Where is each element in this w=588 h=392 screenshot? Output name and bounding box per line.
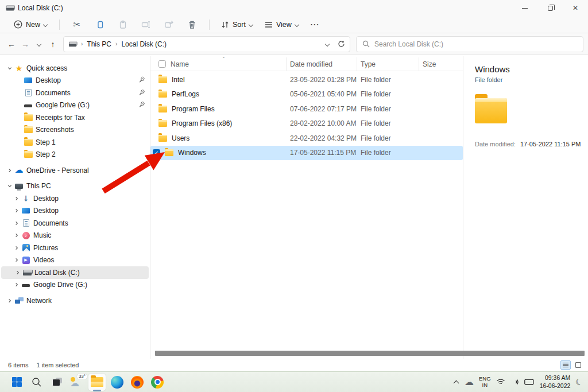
sidebar-item-google-drive[interactable]: Google Drive (G:) <box>0 99 150 112</box>
file-row-program-files[interactable]: Program Files 07-06-2022 07:17 PM File f… <box>150 102 463 117</box>
forward-button[interactable]: → <box>18 37 32 51</box>
sidebar-item-desktop-download[interactable]: ⭣ Desktop <box>0 192 150 205</box>
preview-date-label: Date modified: <box>475 141 516 148</box>
select-all-checkbox[interactable] <box>158 60 166 68</box>
copy-button[interactable] <box>92 18 107 32</box>
drive-icon <box>22 284 30 287</box>
taskbar-search-button[interactable] <box>28 374 45 391</box>
sidebar-item-label: Network <box>26 297 52 305</box>
do-not-disturb-moon-icon[interactable]: ☾ <box>574 377 583 387</box>
sidebar-item-local-disk[interactable]: Local Disk (C:) <box>1 266 149 279</box>
firefox-taskbar-button[interactable] <box>129 374 146 391</box>
rename-button[interactable] <box>138 18 153 32</box>
sidebar-item-onedrive[interactable]: ☁ OneDrive - Personal <box>0 164 150 177</box>
restore-button[interactable] <box>537 0 563 16</box>
search-input[interactable] <box>374 40 577 48</box>
chevron-down-icon[interactable] <box>6 184 14 188</box>
chevron-down-icon[interactable] <box>6 66 14 71</box>
chevron-right-icon[interactable] <box>13 221 21 226</box>
folder-icon <box>158 76 167 83</box>
chevron-right-icon[interactable] <box>13 258 21 262</box>
chrome-taskbar-button[interactable] <box>149 374 166 391</box>
start-button[interactable] <box>8 374 25 391</box>
file-explorer-taskbar-button[interactable] <box>88 374 106 391</box>
breadcrumb[interactable]: › This PC › Local Disk (C:) <box>63 36 350 52</box>
clock[interactable]: 09:36 AM 16-06-2022 <box>540 374 571 389</box>
edge-taskbar-button[interactable] <box>109 374 126 391</box>
breadcrumb-this-pc[interactable]: This PC <box>87 40 111 48</box>
chevron-down-icon <box>249 22 253 26</box>
speaker-icon[interactable] <box>510 378 519 386</box>
address-dropdown-icon[interactable] <box>326 42 330 46</box>
column-header-date-modified[interactable]: Date modified <box>287 57 357 71</box>
onedrive-tray-icon[interactable]: ☁ <box>465 378 474 387</box>
chevron-right-icon[interactable] <box>13 233 21 238</box>
sidebar-item-step-2[interactable]: Step 2 <box>0 149 150 161</box>
paste-button[interactable] <box>115 18 130 32</box>
sidebar-item-pictures[interactable]: Pictures <box>0 242 150 254</box>
row-checkbox-checked[interactable]: ✓ <box>153 149 160 157</box>
restore-icon <box>548 6 553 11</box>
folder-icon <box>165 149 173 156</box>
cut-button[interactable]: ✂ <box>69 18 84 32</box>
chevron-right-icon[interactable] <box>13 246 21 250</box>
refresh-icon[interactable] <box>338 40 345 48</box>
file-row-users[interactable]: Users 22-02-2022 04:32 PM File folder <box>150 131 463 146</box>
file-row-perflogs[interactable]: PerfLogs 05-06-2021 05:40 PM File folder <box>150 87 463 102</box>
new-button[interactable]: New <box>9 18 52 31</box>
back-button[interactable]: ← <box>5 37 18 51</box>
view-button[interactable]: View <box>260 18 304 31</box>
search-box[interactable] <box>356 36 583 52</box>
chevron-right-icon[interactable] <box>13 282 21 287</box>
up-button[interactable]: ↑ <box>46 37 60 51</box>
minimize-button[interactable] <box>512 0 537 16</box>
share-button[interactable] <box>161 18 176 32</box>
column-header-name[interactable]: Name <box>150 57 287 71</box>
file-row-program-files-x86[interactable]: Program Files (x86) 28-02-2022 10:00 AM … <box>150 117 463 131</box>
file-row-intel[interactable]: Intel 23-05-2022 01:28 PM File folder <box>150 72 463 87</box>
see-more-button[interactable]: ··· <box>306 18 324 31</box>
chevron-right-icon[interactable] <box>6 298 14 303</box>
breadcrumb-local-disk[interactable]: Local Disk (C:) <box>121 40 167 48</box>
sidebar-item-label: Screenshots <box>36 126 74 134</box>
chevron-right-icon[interactable] <box>13 196 21 201</box>
sidebar-item-this-pc[interactable]: This PC <box>0 180 150 193</box>
chevron-right-icon[interactable] <box>13 208 21 213</box>
task-view-button[interactable] <box>48 374 65 391</box>
sidebar-item-videos[interactable]: ▶ Videos <box>0 254 150 267</box>
sidebar-item-quick-access[interactable]: ★ Quick access <box>0 62 150 75</box>
sidebar-item-label: Local Disk (C:) <box>34 269 80 277</box>
column-header-type[interactable]: Type <box>357 57 419 71</box>
sidebar-item-label: Documents <box>33 219 68 227</box>
sidebar-item-desktop-pc[interactable]: Desktop <box>0 205 150 218</box>
column-header-size[interactable]: Size <box>419 57 455 71</box>
sidebar-item-music[interactable]: ♪ Music <box>0 230 150 242</box>
sidebar-item-documents-pc[interactable]: Documents <box>0 217 150 230</box>
recent-locations-button[interactable] <box>32 37 46 51</box>
sidebar-item-network[interactable]: Network <box>0 294 150 307</box>
sidebar-item-documents[interactable]: Documents <box>0 87 150 99</box>
large-icons-view-button[interactable] <box>573 360 583 370</box>
sort-button[interactable]: Sort <box>216 18 258 31</box>
wifi-icon[interactable] <box>496 378 505 386</box>
chevron-right-icon[interactable] <box>14 270 22 275</box>
file-type: File folder <box>357 149 419 157</box>
chevron-right-icon[interactable] <box>6 168 14 173</box>
horizontal-scrollbar[interactable] <box>155 351 585 356</box>
file-date: 17-05-2022 11:15 PM <box>287 149 357 157</box>
sidebar-item-desktop[interactable]: Desktop <box>0 75 150 87</box>
drive-icon <box>69 41 76 46</box>
sidebar-item-step-1[interactable]: Step 1 <box>0 136 150 149</box>
delete-button[interactable] <box>184 18 199 32</box>
hidden-icons-chevron[interactable] <box>454 379 459 385</box>
battery-icon[interactable] <box>524 379 535 385</box>
language-indicator[interactable]: ENG IN <box>479 376 491 389</box>
sidebar-item-screenshots[interactable]: Screenshots <box>0 124 150 137</box>
file-row-windows-selected[interactable]: ✓ Windows 17-05-2022 11:15 PM File folde… <box>150 146 463 161</box>
details-view-button[interactable] <box>560 360 571 370</box>
sidebar-item-receipts-for-tax[interactable]: Receipts for Tax <box>0 111 150 124</box>
clock-date: 16-06-2022 <box>540 382 571 389</box>
sidebar-item-google-drive-pc[interactable]: Google Drive (G:) <box>0 279 150 292</box>
close-button[interactable]: ✕ <box>563 0 588 16</box>
widgets-weather-button[interactable]: ☁ 33° <box>68 374 86 391</box>
